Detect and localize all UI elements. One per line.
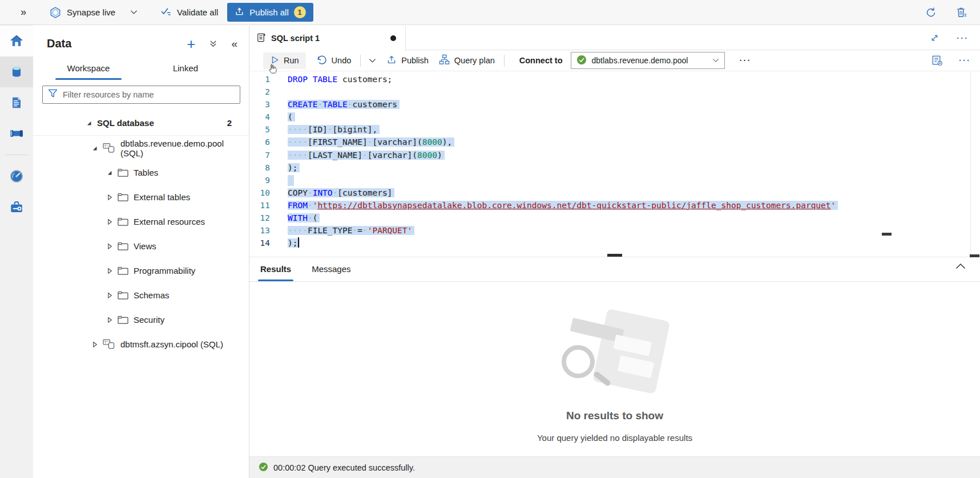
selection-highlight: ····[ID]·[bigint], [288,125,377,134]
code-line-3[interactable]: 3CREATE·TABLE·customers [249,98,980,111]
connect-to-dropdown[interactable]: dbtlabs.revenue.demo.pool [571,52,725,69]
publish-label: Publish [401,56,429,65]
integrate-icon [9,125,25,141]
tab-results[interactable]: Results [258,257,293,281]
collapsed-arrow-icon[interactable] [106,317,113,323]
tab-sql-script-1[interactable]: SQL script 1 [249,26,406,51]
panel-more-actions-icon[interactable]: ··· [959,58,971,63]
rail-item-data[interactable] [0,56,33,87]
expand-editor-icon[interactable] [930,33,939,43]
collapsed-arrow-icon[interactable] [106,292,113,299]
tree-item-external-resources[interactable]: External resources [33,209,249,234]
code-line-6[interactable]: 6····[FIRST_NAME]·[varchar](8000), [249,136,980,148]
tab-title: SQL script 1 [271,34,320,43]
tab-messages[interactable]: Messages [309,257,353,281]
line-number: 4 [249,111,277,123]
code-line-12[interactable]: 12WITH·( [249,212,980,224]
refresh-icon[interactable] [925,7,937,18]
tree-item-label: Programmability [134,266,195,276]
code-line-7[interactable]: 7····[LAST_NAME]·[varchar](8000) [249,149,980,161]
code-line-9[interactable]: 9 [249,174,980,187]
code-line-2[interactable]: 2 [249,86,980,98]
line-number: 13 [249,224,277,237]
tree-item-security[interactable]: Security [33,307,249,332]
success-check-icon [259,462,268,473]
rail-item-monitor[interactable] [0,161,33,192]
splitter-handle[interactable] [607,254,622,257]
expanded-arrow-icon[interactable] [86,120,92,127]
rail-item-develop[interactable] [0,87,33,118]
rail-item-home[interactable] [0,26,33,56]
undo-button[interactable]: Undo [316,55,352,66]
filter-resources-input[interactable] [63,90,235,99]
folder-icon [118,291,128,299]
tree-item-external-tables[interactable]: External tables [33,185,249,209]
publish-all-button[interactable]: Publish all 1 [227,3,313,22]
mode-selector[interactable]: Synapse live [67,7,115,17]
tree-item-dbtmsft-azsyn-cipool-sql[interactable]: dbtmsft.azsyn.cipool (SQL) [33,332,249,357]
code-line-10[interactable]: 10COPY·INTO·[customers] [249,187,980,199]
code-line-13[interactable]: 13····FILE_TYPE·=·'PARQUET' [249,224,980,237]
tree-item-views[interactable]: Views [33,234,249,258]
collapse-panel-icon[interactable]: « [231,40,237,48]
collapsed-arrow-icon[interactable] [106,194,113,201]
script-toolbar: Run Undo Publish [249,50,980,71]
code-line-14[interactable]: 14); [249,237,980,249]
tree-item-sql-database[interactable]: SQL database2 [33,111,249,136]
collapse-results-chevron-icon[interactable] [955,263,966,269]
line-number: 7 [249,149,277,161]
tree-item-label: External resources [134,217,205,226]
line-content: ····[ID]·[bigint], [277,123,377,136]
mode-chevron-down-icon[interactable] [130,10,138,15]
tree-item-dbtlabs-revenue-demo-pool-sql[interactable]: dbtlabs.revenue.demo.pool (SQL) [33,136,249,160]
code-line-4[interactable]: 4( [249,111,980,123]
collapsed-arrow-icon[interactable] [91,341,98,348]
collapsed-arrow-icon[interactable] [106,218,113,225]
rail-item-integrate[interactable] [0,118,33,149]
expand-menu-icon[interactable]: » [21,6,26,18]
sql-code-editor[interactable]: 1DROP TABLE customers;23CREATE·TABLE·cus… [249,71,980,257]
tree-item-tables[interactable]: Tables [33,160,249,185]
more-commands-chevron-icon[interactable] [369,58,376,63]
dirty-indicator [390,35,396,41]
collapsed-arrow-icon[interactable] [106,243,113,250]
query-plan-button[interactable]: Query plan [439,54,495,67]
code-line-8[interactable]: 8); [249,161,980,174]
properties-icon[interactable] [931,55,943,66]
tab-workspace[interactable]: Workspace [40,58,137,80]
run-button[interactable]: Run [263,52,306,69]
line-content: ); [277,161,297,174]
run-label: Run [284,56,299,65]
sidebar-tabs: Workspace Linked [33,58,249,80]
code-line-11[interactable]: 11FROM·'https://dbtlabsynapsedatalake.bl… [249,199,980,212]
line-content: ); [277,237,299,249]
toolbar-more-actions-icon[interactable]: ··· [740,58,752,63]
discard-all-icon[interactable] [956,6,967,18]
selection-highlight: ····[FIRST_NAME]·[varchar](8000), [288,137,452,147]
empty-results-subtitle: Your query yielded no displayable result… [249,433,980,443]
validate-all-button[interactable]: Validate all [160,7,218,18]
collapsed-arrow-icon[interactable] [106,268,113,274]
tab-linked[interactable]: Linked [137,58,234,80]
editor-area: SQL script 1 ··· Run Undo [249,26,980,478]
pool-icon [103,339,115,350]
tree-item-label: Security [134,315,164,325]
tree-item-schemas[interactable]: Schemas [33,283,249,307]
query-plan-label: Query plan [454,56,495,65]
publish-button[interactable]: Publish [386,55,429,67]
rail-item-manage[interactable] [0,192,33,222]
add-resource-button[interactable]: + [187,39,195,49]
code-line-1[interactable]: 1DROP TABLE customers; [249,73,980,86]
empty-results-title: No results to show [249,410,980,422]
item-count: 2 [227,118,232,128]
scrollbar-track[interactable] [970,71,971,257]
tab-more-actions-icon[interactable]: ··· [957,35,969,41]
expanded-arrow-icon[interactable] [91,145,98,152]
collapse-all-icon[interactable] [209,39,217,48]
top-command-bar: » Synapse live Validate all Publish all … [0,0,980,25]
expanded-arrow-icon[interactable] [106,169,113,176]
dropdown-chevron-icon [712,58,719,63]
code-line-5[interactable]: 5····[ID]·[bigint], [249,123,980,136]
tree-item-programmability[interactable]: Programmability [33,258,249,283]
selection-highlight: FROM·'https://dbtlabsynapsedatalake.blob… [288,201,836,210]
